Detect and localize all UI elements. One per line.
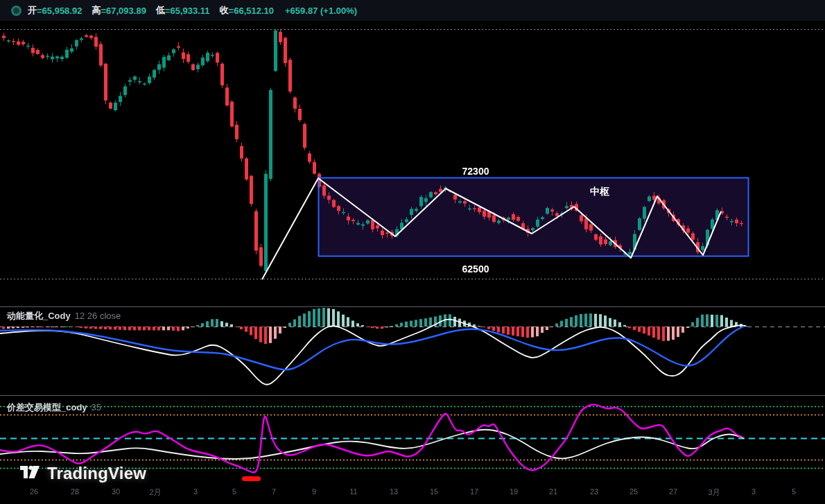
time-axis-label: 5	[792, 487, 796, 496]
legend-high: 高=67,093.89	[92, 4, 146, 17]
time-axis-label: 3	[752, 487, 756, 496]
momentum-indicator-title[interactable]: 动能量化_Cody12 26 close	[7, 310, 121, 322]
time-axis-label: 3	[193, 487, 198, 496]
legend-open: 开=65,958.92	[28, 4, 82, 17]
time-axis-label: 15	[430, 487, 438, 496]
time-axis-label: 27	[669, 487, 677, 496]
time-axis-label: 21	[549, 487, 557, 496]
spread-indicator-title[interactable]: 价差交易模型_cody35	[7, 401, 101, 414]
tradingview-watermark: TradingView	[19, 462, 146, 485]
legend-open-value: =65,958.92	[37, 6, 82, 16]
time-axis-label: 30	[112, 487, 120, 496]
ohlc-legend-bar: 开=65,958.92高=67,093.89低=65,933.11收=66,51…	[0, 0, 825, 21]
time-axis-label: 11	[349, 487, 357, 496]
time-axis-label: 28	[71, 487, 79, 496]
ohlc-legend[interactable]: 开=65,958.92高=67,093.89低=65,933.11收=66,51…	[28, 4, 357, 17]
legend-low-value: =65,933.11	[165, 6, 210, 16]
legend-low-label: 低	[156, 4, 165, 17]
box-center-label: 中枢	[590, 186, 609, 198]
spread-indicator-name: 价差交易模型_cody	[7, 402, 87, 412]
time-axis-label: 23	[590, 487, 598, 496]
tradingview-watermark-text: TradingView	[47, 464, 146, 483]
legend-close-label: 收	[220, 4, 229, 17]
legend-high-label: 高	[92, 4, 101, 17]
tradingview-logo-icon	[19, 462, 40, 485]
time-axis-label: 7	[272, 487, 276, 496]
chart-canvas[interactable]	[0, 0, 825, 504]
box-bottom-price-label: 62500	[451, 263, 501, 275]
time-axis-label: 19	[510, 487, 518, 496]
time-axis-label: 13	[390, 487, 398, 496]
time-axis-label: 9	[312, 487, 316, 496]
momentum-indicator-params: 12 26 close	[75, 311, 121, 321]
time-axis[interactable]: 2628302月35791113151719212325273月35	[0, 487, 825, 504]
legend-close: 收=66,512.10	[220, 4, 274, 17]
time-axis-label: 26	[30, 487, 38, 496]
legend-high-value: =67,093.89	[101, 6, 146, 16]
legend-change-value: +659.87 (+1.00%)	[285, 6, 357, 16]
tradingview-chart-window: 开=65,958.92高=67,093.89低=65,933.11收=66,51…	[0, 0, 825, 504]
time-axis-label: 2月	[149, 487, 161, 498]
time-axis-label: 25	[629, 487, 638, 496]
momentum-indicator-name: 动能量化_Cody	[7, 311, 71, 321]
legend-close-value: =66,512.10	[229, 6, 274, 16]
spread-indicator-params: 35	[92, 402, 101, 412]
box-top-price-label: 72300	[451, 166, 501, 177]
legend-low: 低=65,933.11	[156, 4, 210, 17]
time-axis-label: 17	[470, 487, 478, 496]
symbol-status-icon	[11, 6, 21, 16]
legend-open-label: 开	[28, 4, 37, 17]
time-axis-label: 5	[232, 487, 236, 496]
time-axis-label: 3月	[708, 487, 720, 498]
